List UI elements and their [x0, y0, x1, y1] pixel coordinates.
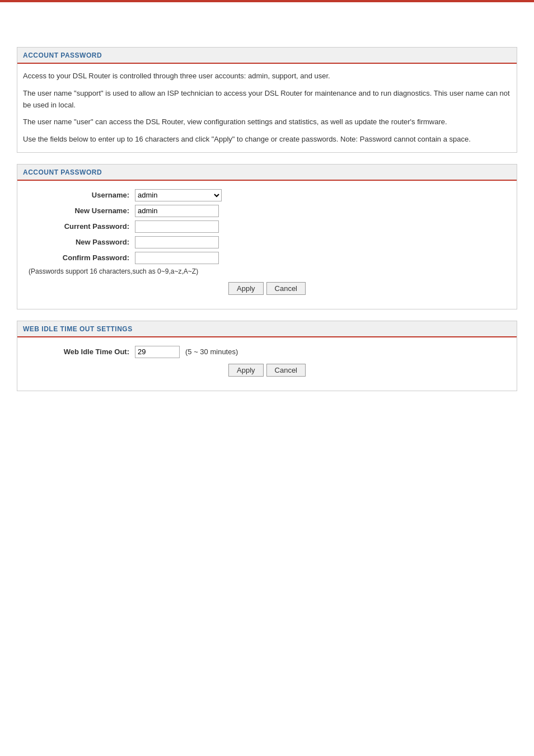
info-section-title: ACCOUNT PASSWORD — [23, 51, 102, 59]
info-para-1: Access to your DSL Router is controlled … — [23, 71, 511, 82]
info-section: ACCOUNT PASSWORD Access to your DSL Rout… — [17, 47, 517, 153]
web-idle-label: Web Idle Time Out: — [23, 348, 135, 356]
password-hint: (Passwords support 16 characters,such as… — [29, 267, 511, 275]
username-row: Username: admin support user — [23, 189, 511, 201]
info-body: Access to your DSL Router is controlled … — [17, 64, 517, 152]
account-password-apply-button[interactable]: Apply — [228, 282, 264, 295]
account-password-cancel-button[interactable]: Cancel — [266, 282, 306, 295]
web-idle-header: WEB IDLE TIME OUT SETTINGS — [17, 321, 517, 337]
account-password-button-row: Apply Cancel — [23, 282, 511, 295]
new-username-row: New Username: — [23, 205, 511, 217]
web-idle-section: WEB IDLE TIME OUT SETTINGS Web Idle Time… — [17, 321, 517, 391]
username-label: Username: — [23, 191, 135, 199]
account-password-title: ACCOUNT PASSWORD — [23, 168, 102, 176]
info-para-2: The user name "support" is used to allow… — [23, 88, 511, 111]
info-para-3: The user name "user" can access the DSL … — [23, 116, 511, 128]
info-section-header: ACCOUNT PASSWORD — [17, 48, 517, 64]
web-idle-cancel-button[interactable]: Cancel — [266, 364, 306, 377]
current-password-label: Current Password: — [23, 222, 135, 231]
username-select[interactable]: admin support user — [135, 189, 222, 201]
confirm-password-input[interactable] — [135, 252, 219, 264]
current-password-input[interactable] — [135, 220, 219, 233]
web-idle-input-group: (5 ~ 30 minutes) — [135, 346, 238, 358]
info-para-4: Use the fields below to enter up to 16 c… — [23, 134, 511, 145]
web-idle-row: Web Idle Time Out: (5 ~ 30 minutes) — [23, 346, 511, 358]
account-password-body: Username: admin support user New Usernam… — [17, 181, 517, 309]
web-idle-input[interactable] — [135, 346, 180, 358]
current-password-row: Current Password: — [23, 220, 511, 233]
new-password-row: New Password: — [23, 236, 511, 248]
account-password-section: ACCOUNT PASSWORD Username: admin support… — [17, 164, 517, 309]
web-idle-button-row: Apply Cancel — [23, 364, 511, 377]
web-idle-body: Web Idle Time Out: (5 ~ 30 minutes) Appl… — [17, 337, 517, 391]
confirm-password-label: Confirm Password: — [23, 253, 135, 262]
confirm-password-row: Confirm Password: — [23, 252, 511, 264]
web-idle-title: WEB IDLE TIME OUT SETTINGS — [23, 325, 133, 333]
new-username-label: New Username: — [23, 206, 135, 215]
web-idle-range-hint: (5 ~ 30 minutes) — [185, 348, 238, 356]
new-username-input[interactable] — [135, 205, 219, 217]
new-password-input[interactable] — [135, 236, 219, 248]
account-password-header: ACCOUNT PASSWORD — [17, 165, 517, 181]
new-password-label: New Password: — [23, 238, 135, 246]
web-idle-apply-button[interactable]: Apply — [228, 364, 264, 377]
